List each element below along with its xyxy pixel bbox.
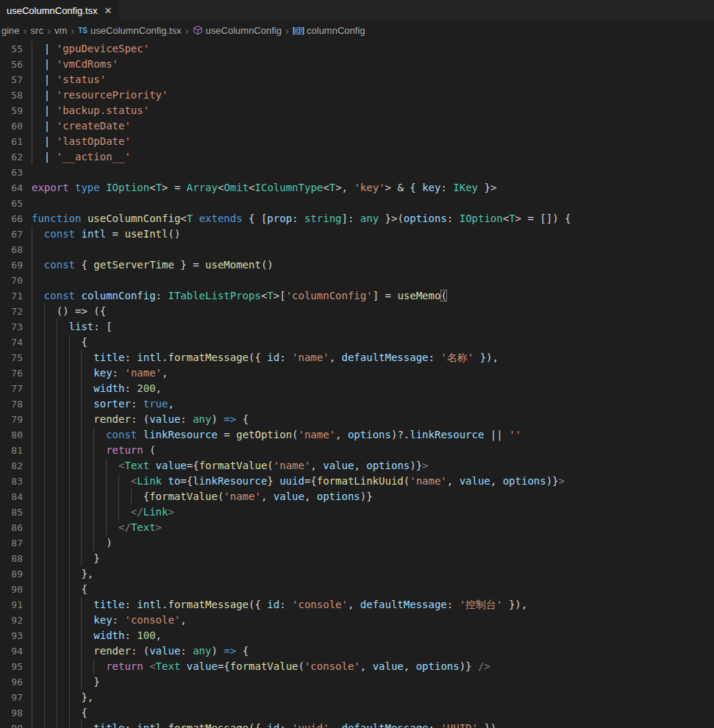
code-text: key: 'console', [32,613,714,628]
line-number: 93 [0,628,32,643]
code-line[interactable]: 88 } [0,551,714,566]
close-icon[interactable]: ✕ [104,6,113,15]
code-line[interactable]: 69 const { getServerTime } = useMoment() [0,257,714,273]
line-number: 57 [0,72,32,88]
code-line[interactable]: 81 return ( [0,443,714,458]
code-line[interactable]: 55 | 'gpuDeviceSpec' [0,41,714,57]
code-line[interactable]: 96 } [0,674,714,690]
breadcrumb-item-vm[interactable]: vm [54,25,67,36]
code-line[interactable]: 79 render: (value: any) => { [0,412,714,427]
line-number: 81 [0,443,32,458]
code-line[interactable]: 68 [0,242,714,257]
code-text: sorter: true, [32,396,714,412]
line-number: 90 [0,582,32,597]
line-number: 98 [0,705,32,721]
line-number: 94 [0,643,32,659]
code-line[interactable]: 63 [0,165,714,180]
code-line[interactable]: 59 | 'backup.status' [0,103,714,118]
code-line[interactable]: 80 const linkResource = getOption('name'… [0,427,714,443]
code-line[interactable]: 61 | 'lastOpDate' [0,134,714,149]
line-number: 84 [0,489,32,504]
code-line[interactable]: 89 }, [0,566,714,582]
line-number: 83 [0,474,32,489]
line-number: 99 [0,721,32,728]
code-line[interactable]: 57 | 'status' [0,72,714,88]
breadcrumb-item-usecolumnconfig[interactable]: useColumnConfig [193,25,282,36]
code-text: function useColumnConfig<T extends { [pr… [32,211,714,226]
line-number: 58 [0,88,32,103]
cube-icon [193,25,203,35]
code-text: | 'lastOpDate' [32,134,714,149]
code-line[interactable]: 70 [0,273,714,288]
code-line[interactable]: 95 return <Text value={formatValue('cons… [0,659,714,674]
code-line[interactable]: 91 title: intl.formatMessage({ id: 'cons… [0,597,714,613]
code-line[interactable]: 66function useColumnConfig<T extends { [… [0,211,714,226]
breadcrumb-item-usecolumnconfig-tsx[interactable]: TSuseColumnConfig.tsx [78,25,181,36]
tab-label: useColumnConfig.tsx [7,5,98,16]
code-text: | 'resourcePriority' [32,88,714,103]
code-text: render: (value: any) => { [32,412,714,427]
line-number: 65 [0,196,32,211]
code-text [32,242,714,257]
code-line[interactable]: 94 render: (value: any) => { [0,643,714,659]
code-line[interactable]: 77 width: 200, [0,381,714,396]
code-line[interactable]: 98 { [0,705,714,721]
code-line[interactable]: 90 { [0,582,714,597]
code-line[interactable]: 85 </Link> [0,504,714,520]
code-text: title: intl.formatMessage({ id: 'uuid', … [32,721,714,728]
code-line[interactable]: 65 [0,196,714,211]
code-line[interactable]: 87 ) [0,535,714,551]
code-text: return <Text value={formatValue('console… [32,659,714,674]
code-line[interactable]: 78 sorter: true, [0,396,714,412]
code-line[interactable]: 73 list: [ [0,319,714,335]
code-line[interactable]: 83 <Link to={linkResource} uuid={formatL… [0,474,714,489]
line-number: 97 [0,690,32,705]
code-line[interactable]: 75 title: intl.formatMessage({ id: 'name… [0,350,714,365]
breadcrumb-item-src[interactable]: src [31,25,43,36]
line-number: 59 [0,103,32,118]
code-text: | 'vmCdRoms' [32,57,714,72]
code-text: () => ({ [32,304,714,319]
code-text: list: [ [32,319,714,335]
code-line[interactable]: 84 {formatValue('name', value, options)} [0,489,714,504]
code-line[interactable]: 56 | 'vmCdRoms' [0,57,714,72]
code-line[interactable]: 92 key: 'console', [0,613,714,628]
line-number: 82 [0,458,32,474]
code-line[interactable]: 72 () => ({ [0,304,714,319]
code-line[interactable]: 82 <Text value={formatValue('name', valu… [0,458,714,474]
chevron-separator: › [185,25,189,36]
line-number: 91 [0,597,32,613]
code-line[interactable]: 99 title: intl.formatMessage({ id: 'uuid… [0,721,714,728]
code-line[interactable]: 62 | '__action__' [0,149,714,165]
code-line[interactable]: 86 </Text> [0,520,714,535]
line-number: 96 [0,674,32,690]
breadcrumb-item-gine[interactable]: gine [1,25,20,36]
code-text: const columnConfig: ITableListProps<T>['… [32,288,714,304]
code-text: width: 200, [32,381,714,396]
tab-usecolumnconfig[interactable]: useColumnConfig.tsx ✕ [0,0,119,21]
code-line[interactable]: 93 width: 100, [0,628,714,643]
line-number: 69 [0,257,32,273]
code-text: | '__action__' [32,149,714,165]
code-line[interactable]: 58 | 'resourcePriority' [0,88,714,103]
code-text: title: intl.formatMessage({ id: 'console… [32,597,714,613]
code-line[interactable]: 97 }, [0,690,714,705]
code-line[interactable]: 60 | 'createDate' [0,118,714,134]
code-editor[interactable]: 55 | 'gpuDeviceSpec'56 | 'vmCdRoms'57 | … [0,40,714,728]
line-number: 67 [0,226,32,242]
code-line[interactable]: 67 const intl = useIntl() [0,226,714,242]
line-number: 75 [0,350,32,365]
line-number: 92 [0,613,32,628]
code-line[interactable]: 74 { [0,335,714,350]
breadcrumb-label: src [31,25,43,36]
tab-bar: useColumnConfig.tsx ✕ [0,0,714,21]
breadcrumb-item-columnconfig[interactable]: [@]columnConfig [293,25,365,36]
line-number: 64 [0,180,32,196]
code-line[interactable]: 64export type IOption<T> = Array<Omit<IC… [0,180,714,196]
line-number: 60 [0,118,32,134]
code-text: | 'status' [32,72,714,88]
code-line[interactable]: 76 key: 'name', [0,365,714,381]
line-number: 74 [0,335,32,350]
code-line[interactable]: 71 const columnConfig: ITableListProps<T… [0,288,714,304]
code-text: </Link> [32,504,714,520]
